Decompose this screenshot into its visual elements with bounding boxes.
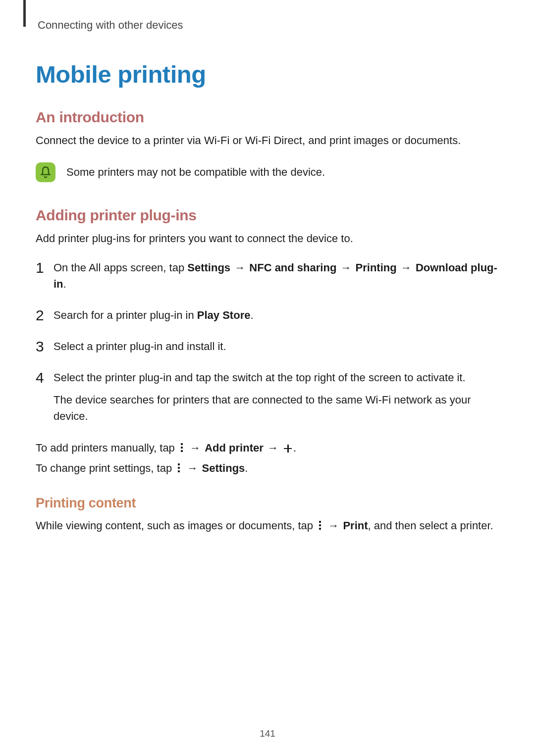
manual-text-a: To add printers manually, tap — [36, 442, 178, 454]
change-settings-line: To change print settings, tap → Settings… — [36, 459, 499, 477]
more-options-icon — [179, 443, 185, 453]
subsection-printing-heading: Printing content — [36, 496, 499, 511]
printing-text-b: , and then select a printer. — [368, 519, 493, 532]
step-4: Select the printer plug-in and tap the s… — [36, 369, 499, 424]
page-content: Connecting with other devices Mobile pri… — [0, 0, 535, 534]
note-text: Some printers may not be compatible with… — [66, 161, 325, 180]
arrow: → — [336, 261, 355, 274]
arrow: → — [186, 442, 205, 454]
period: . — [250, 309, 253, 321]
printing-content-line: While viewing content, such as images or… — [36, 517, 499, 534]
page-number: 141 — [0, 728, 535, 739]
step-3-text: Select a printer plug-in and install it. — [54, 340, 226, 353]
intro-text: Connect the device to a printer via Wi-F… — [36, 133, 499, 149]
note: Some printers may not be compatible with… — [36, 161, 499, 182]
add-printer-label: Add printer — [205, 442, 264, 454]
manual-add-line: To add printers manually, tap → Add prin… — [36, 439, 499, 456]
arrow: → — [264, 442, 282, 454]
settings-label: Settings — [202, 462, 245, 474]
more-options-icon — [317, 520, 323, 530]
step-4-text-b: The device searches for printers that ar… — [54, 392, 499, 424]
arrow: → — [230, 261, 249, 274]
print-label: Print — [343, 519, 368, 532]
period: . — [63, 278, 66, 290]
playstore-label: Play Store — [197, 309, 251, 321]
plugins-lead-text: Add printer plug-ins for printers you wa… — [36, 231, 499, 247]
settings-text-a: To change print settings, tap — [36, 462, 175, 474]
section-plugins-heading: Adding printer plug-ins — [36, 207, 499, 224]
bell-icon — [36, 162, 55, 182]
printing-text-a: While viewing content, such as images or… — [36, 519, 316, 532]
arrow: → — [183, 462, 202, 474]
step-2: Search for a printer plug-in in Play Sto… — [36, 307, 499, 323]
step-3: Select a printer plug-in and install it. — [36, 338, 499, 354]
settings-label: Settings — [187, 261, 230, 274]
steps-list: On the All apps screen, tap Settings → N… — [36, 259, 499, 424]
step-1: On the All apps screen, tap Settings → N… — [36, 259, 499, 292]
step-2-text-a: Search for a printer plug-in in — [54, 309, 197, 321]
step-4-text-a: Select the printer plug-in and tap the s… — [54, 371, 466, 384]
printing-label: Printing — [356, 261, 397, 274]
plus-icon — [283, 444, 292, 453]
nfc-label: NFC and sharing — [249, 261, 336, 274]
breadcrumb: Connecting with other devices — [38, 19, 499, 32]
arrow: → — [324, 519, 343, 532]
page-title: Mobile printing — [36, 60, 499, 88]
section-intro-heading: An introduction — [36, 109, 499, 126]
arrow: → — [397, 261, 416, 274]
period: . — [293, 442, 296, 454]
more-options-icon — [176, 463, 182, 473]
period: . — [245, 462, 248, 474]
page-tab-mark — [23, 0, 26, 27]
step-1-text: On the All apps screen, tap — [54, 261, 187, 274]
